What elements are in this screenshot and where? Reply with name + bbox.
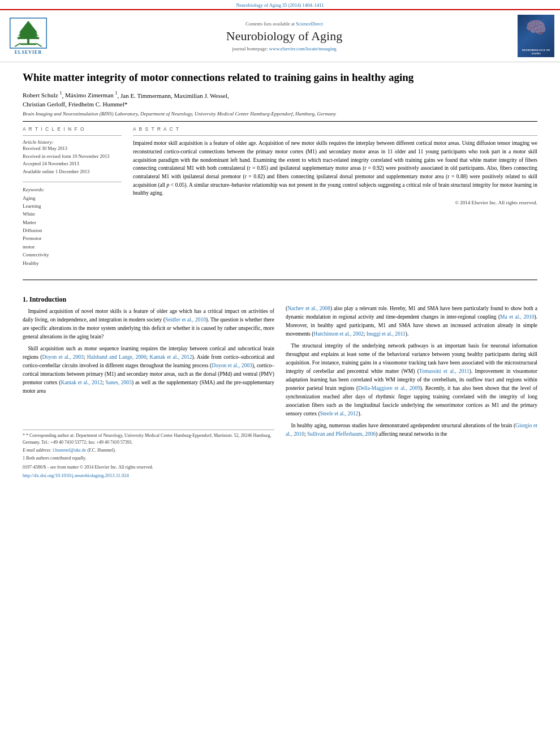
section-divider — [23, 280, 537, 280]
author-zimerman: Máximo Zimerman 1 — [65, 92, 118, 98]
ref-ma[interactable]: Ma et al., 2010 — [500, 314, 534, 320]
ref-inuggi[interactable]: Inuggi et al., 2011 — [367, 331, 406, 337]
history-label: Article history: — [23, 139, 122, 145]
abstract-text: Impaired motor skill acquisition is a fe… — [133, 139, 537, 198]
abstract-label: A B S T R A C T — [133, 126, 537, 132]
journal-center: Contents lists available at ScienceDirec… — [55, 21, 513, 51]
affiliation: Brain Imaging and Neurostimulation (BINS… — [23, 111, 537, 117]
journal-title: Neurobiology of Aging — [55, 29, 513, 44]
keywords-list: Aging Learning White Matter Diffusion Pr… — [23, 194, 122, 268]
abstract-col: A B S T R A C T Impaired motor skill acq… — [133, 126, 537, 273]
journal-cover-image: 🧠 NEUROBIOLOGY OF AGING — [518, 15, 554, 57]
info-divider-top — [23, 135, 122, 136]
article-history: Article history: Received 30 May 2013 Re… — [23, 139, 122, 175]
info-divider-mid — [23, 182, 122, 182]
authors-line: Robert Schulz 1, Máximo Zimerman 1, Jan … — [23, 91, 537, 109]
header-divider — [23, 121, 537, 122]
keyword-motor: motor — [23, 243, 122, 251]
svg-point-9 — [33, 32, 37, 35]
article-info-label: A R T I C L E I N F O — [23, 126, 122, 132]
svg-point-8 — [20, 32, 23, 35]
author-wessel: Maximilian J. Wessel — [174, 92, 227, 98]
footnotes: * * Corresponding author at: Department … — [23, 430, 274, 479]
main-content: 1. Introduction Impaired acquisition of … — [0, 293, 560, 479]
sciencedirect-line: Contents lists available at ScienceDirec… — [55, 21, 513, 27]
keyword-connectivity: Connectivity — [23, 251, 122, 259]
email-line: E-mail address: f.hummel@uke.de (F.C. Hu… — [23, 447, 274, 454]
abstract-divider — [133, 135, 537, 136]
ref-doyon2003b[interactable]: Doyon et al., 2003 — [212, 363, 252, 368]
elsevier-logo: ELSEVIER — [6, 18, 51, 55]
copyright-text: © 2014 Elsevier Inc. All rights reserved… — [133, 200, 537, 205]
keyword-aging: Aging — [23, 194, 122, 202]
intro-para3: (Nachev et al., 2008) also play a releva… — [286, 304, 537, 338]
keywords-label: Keywords: — [23, 187, 122, 192]
keyword-diffusion: Diffusion — [23, 226, 122, 234]
ref-doyon2003[interactable]: Doyon et al., 2003 — [42, 354, 83, 360]
keyword-premotor: Premotor — [23, 234, 122, 242]
keywords-section: Keywords: Aging Learning White Matter Di… — [23, 187, 122, 268]
main-left-col: 1. Introduction Impaired acquisition of … — [23, 293, 274, 479]
intro-para5: In healthy aging, numerous studies have … — [286, 422, 537, 439]
ref-kantak2012[interactable]: Kantak et al., 2012 — [150, 354, 192, 360]
svg-line-6 — [15, 43, 20, 46]
intro-para4: The structural integrity of the underlyi… — [286, 342, 537, 418]
svg-point-11 — [37, 36, 40, 39]
footnote-area: * * Corresponding author at: Department … — [23, 430, 274, 479]
ref-steele[interactable]: Steele et al., 2012 — [320, 411, 359, 417]
footnote1: 1 Both authors contributed equally. — [23, 455, 274, 462]
citation-bar: Neurobiology of Aging 35 (2014) 1404–141… — [0, 0, 560, 9]
email-address[interactable]: f.hummel@uke.de — [53, 448, 86, 453]
keyword-matter: Matter — [23, 218, 122, 226]
keyword-white: White — [23, 210, 122, 218]
author-hummel: Friedhelm C. Hummel* — [68, 101, 128, 108]
author-gerloff: Christian Gerloff — [23, 101, 65, 108]
ref-sullivan[interactable]: Sullivan and Pfefferbaum, 2006 — [307, 431, 376, 437]
article-info-abstract: A R T I C L E I N F O Article history: R… — [23, 126, 537, 273]
intro-para1: Impaired acquisition of novel motor skil… — [23, 307, 274, 341]
author-schulz: Robert Schulz 1 — [23, 92, 62, 98]
main-right-col: (Nachev et al., 2008) also play a releva… — [286, 293, 537, 479]
ref-kantak2012b[interactable]: Kantak et al., 2012 — [61, 380, 102, 385]
author-timmermann: Jan E. Timmermann — [120, 92, 171, 98]
intro-heading: 1. Introduction — [23, 295, 274, 304]
keyword-learning: Learning — [23, 202, 122, 210]
homepage-url[interactable]: www.elsevier.com/locate/neuaging — [269, 46, 337, 51]
cover-title-text: NEUROBIOLOGY OF AGING — [519, 49, 553, 55]
citation-text: Neurobiology of Aging 35 (2014) 1404–141… — [236, 2, 324, 8]
date-received: Received 30 May 2013 Received in revised… — [23, 145, 122, 175]
corresponding-note: * * Corresponding author at: Department … — [23, 432, 274, 446]
ref-halsband[interactable]: Halsband and Lange, 2006 — [87, 354, 147, 360]
article-container: White matter integrity of motor connecti… — [0, 62, 560, 293]
ref-tomassini[interactable]: Tomassini et al., 2011 — [419, 368, 469, 374]
elsevier-tree-icon — [8, 18, 48, 49]
article-title: White matter integrity of motor connecti… — [23, 71, 537, 85]
ref-nachev[interactable]: Nachev et al., 2008 — [287, 306, 330, 311]
ref-seidler[interactable]: Seidler et al., 2010 — [165, 317, 206, 323]
keyword-healthy: Healthy — [23, 259, 122, 267]
svg-point-10 — [18, 36, 20, 39]
elsevier-label: ELSEVIER — [15, 50, 42, 55]
svg-rect-2 — [20, 43, 36, 45]
journal-header: ELSEVIER Contents lists available at Sci… — [0, 9, 560, 62]
cover-brain-icon: 🧠 — [518, 18, 554, 37]
sciencedirect-link-text[interactable]: ScienceDirect — [296, 21, 323, 27]
ref-sanes[interactable]: Sanes, 2003 — [105, 380, 131, 385]
article-info-col: A R T I C L E I N F O Article history: R… — [23, 126, 122, 273]
intro-para2: Skill acquisition such as motor sequence… — [23, 345, 274, 396]
doi-link[interactable]: http://dx.doi.org/10.1016/j.neurobiolagi… — [23, 472, 274, 479]
ref-della[interactable]: Della-Maggiore et al., 2009 — [358, 385, 420, 391]
and-text: and — [217, 380, 225, 385]
svg-line-7 — [36, 43, 41, 46]
issn-line: 0197-4580/$ – see front matter © 2014 El… — [23, 464, 274, 471]
ref-hutchinson[interactable]: Hutchinson et al., 2002 — [313, 331, 363, 337]
journal-homepage: journal homepage: www.elsevier.com/locat… — [55, 46, 513, 51]
